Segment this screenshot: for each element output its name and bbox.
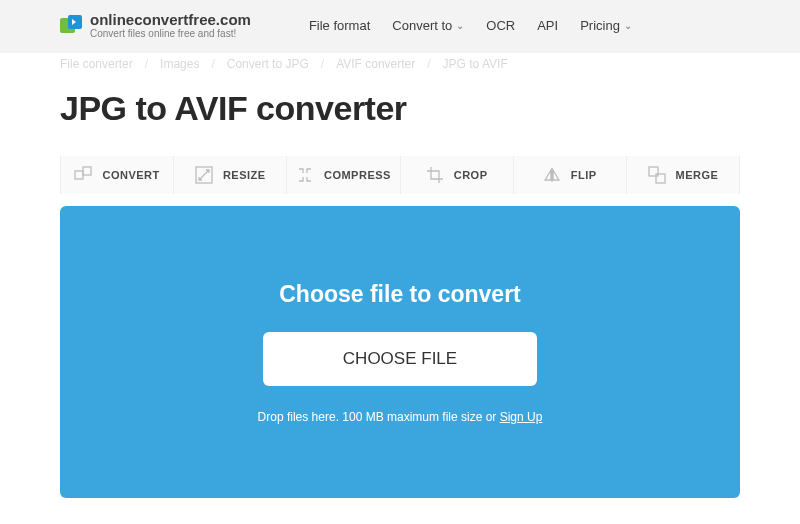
logo-title: onlineconvertfree.com xyxy=(90,12,251,27)
breadcrumb-item[interactable]: Convert to JPG xyxy=(227,57,309,71)
drop-hint-text: Drop files here. 100 MB maximum file siz… xyxy=(258,410,500,424)
signup-link[interactable]: Sign Up xyxy=(500,410,543,424)
tab-convert[interactable]: CONVERT xyxy=(61,156,174,194)
tab-label: CROP xyxy=(454,169,488,181)
page-title: JPG to AVIF converter xyxy=(0,71,800,138)
drop-area[interactable]: Choose file to convert CHOOSE FILE Drop … xyxy=(60,206,740,498)
tab-resize[interactable]: RESIZE xyxy=(174,156,287,194)
tab-flip[interactable]: FLIP xyxy=(514,156,627,194)
convert-icon xyxy=(74,166,92,184)
breadcrumb-item[interactable]: AVIF converter xyxy=(336,57,415,71)
main-nav: File format Convert to ⌄ OCR API Pricing… xyxy=(309,18,632,33)
tab-merge[interactable]: MERGE xyxy=(627,156,740,194)
tab-label: MERGE xyxy=(676,169,719,181)
chevron-down-icon: ⌄ xyxy=(624,20,632,31)
svg-rect-3 xyxy=(83,167,91,175)
tab-label: COMPRESS xyxy=(324,169,391,181)
top-bar: onlineconvertfree.com Convert files onli… xyxy=(0,0,800,53)
breadcrumb-item[interactable]: Images xyxy=(160,57,199,71)
nav-label: Pricing xyxy=(580,18,620,33)
nav-pricing[interactable]: Pricing ⌄ xyxy=(580,18,632,33)
drop-hint: Drop files here. 100 MB maximum file siz… xyxy=(258,410,543,424)
nav-api[interactable]: API xyxy=(537,18,558,33)
compress-icon xyxy=(296,166,314,184)
nav-file-format[interactable]: File format xyxy=(309,18,370,33)
crop-icon xyxy=(426,166,444,184)
flip-icon xyxy=(543,166,561,184)
tool-tabs: CONVERT RESIZE COMPRESS CROP FLIP MERGE xyxy=(60,156,740,194)
tab-compress[interactable]: COMPRESS xyxy=(287,156,400,194)
logo[interactable]: onlineconvertfree.com Convert files onli… xyxy=(60,12,251,39)
nav-ocr[interactable]: OCR xyxy=(486,18,515,33)
logo-subtitle: Convert files online free and fast! xyxy=(90,29,251,39)
nav-label: File format xyxy=(309,18,370,33)
nav-label: Convert to xyxy=(392,18,452,33)
chevron-down-icon: ⌄ xyxy=(456,20,464,31)
breadcrumb-item: JPG to AVIF xyxy=(443,57,508,71)
tab-crop[interactable]: CROP xyxy=(401,156,514,194)
breadcrumb-item[interactable]: File converter xyxy=(60,57,133,71)
drop-title: Choose file to convert xyxy=(279,281,521,308)
merge-icon xyxy=(648,166,666,184)
resize-icon xyxy=(195,166,213,184)
logo-icon xyxy=(60,15,82,37)
tab-label: FLIP xyxy=(571,169,597,181)
breadcrumb: File converter/ Images/ Convert to JPG/ … xyxy=(0,53,800,71)
nav-label: OCR xyxy=(486,18,515,33)
choose-file-button[interactable]: CHOOSE FILE xyxy=(263,332,537,386)
tab-label: RESIZE xyxy=(223,169,266,181)
svg-rect-2 xyxy=(75,171,83,179)
tab-label: CONVERT xyxy=(102,169,159,181)
nav-label: API xyxy=(537,18,558,33)
nav-convert-to[interactable]: Convert to ⌄ xyxy=(392,18,464,33)
